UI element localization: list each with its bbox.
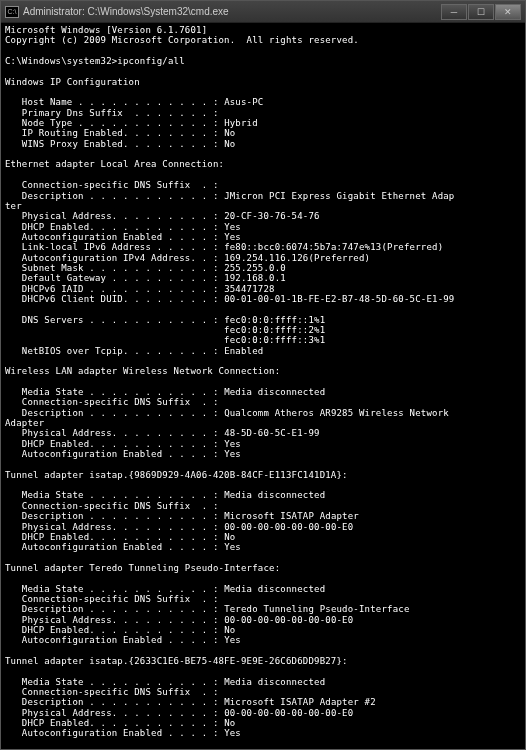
field-label: Autoconfiguration Enabled . . . . :	[5, 728, 224, 738]
field-label: Connection-specific DNS Suffix . :	[5, 687, 219, 697]
field-value: Media disconnected	[224, 677, 325, 687]
field-value: fec0:0:0:ffff::1%1	[224, 315, 325, 325]
field-label: Subnet Mask . . . . . . . . . . . :	[5, 263, 224, 273]
field-label: Node Type . . . . . . . . . . . . :	[5, 118, 224, 128]
field-value: Microsoft ISATAP Adapter	[224, 511, 359, 521]
field-value: fec0:0:0:ffff::2%1	[5, 325, 325, 335]
field-label: DHCP Enabled. . . . . . . . . . . :	[5, 532, 224, 542]
section-heading: Tunnel adapter Teredo Tunneling Pseudo-I…	[5, 563, 280, 573]
field-value: Enabled	[224, 346, 263, 356]
field-label: IP Routing Enabled. . . . . . . . :	[5, 128, 224, 138]
maximize-button[interactable]: ☐	[468, 4, 494, 20]
field-label: Physical Address. . . . . . . . . :	[5, 522, 224, 532]
field-value: 00-00-00-00-00-00-00-E0	[224, 615, 353, 625]
titlebar[interactable]: C:\ Administrator: C:\Windows\System32\c…	[1, 1, 525, 23]
field-value: 20-CF-30-76-54-76	[224, 211, 320, 221]
field-value: 48-5D-60-5C-E1-99	[224, 428, 320, 438]
field-label: Description . . . . . . . . . . . :	[5, 604, 224, 614]
field-label: Media State . . . . . . . . . . . :	[5, 387, 224, 397]
section-heading: Tunnel adapter isatap.{9869D929-4A06-420…	[5, 470, 348, 480]
window-controls: ─ ☐ ✕	[441, 4, 521, 20]
field-value: Yes	[224, 222, 241, 232]
field-label: Description . . . . . . . . . . . :	[5, 511, 224, 521]
field-value: 354471728	[224, 284, 275, 294]
field-label: Connection-specific DNS Suffix . :	[5, 594, 219, 604]
field-value: JMicron PCI Express Gigabit Ethernet Ada…	[224, 191, 454, 201]
field-label: Autoconfiguration Enabled . . . . :	[5, 635, 224, 645]
field-label: Physical Address. . . . . . . . . :	[5, 428, 224, 438]
field-value: 169.254.116.126(Preferred)	[224, 253, 370, 263]
field-label: Media State . . . . . . . . . . . :	[5, 677, 224, 687]
field-label: DHCP Enabled. . . . . . . . . . . :	[5, 439, 224, 449]
field-value: Media disconnected	[224, 584, 325, 594]
field-label: NetBIOS over Tcpip. . . . . . . . :	[5, 346, 224, 356]
field-value: Yes	[224, 449, 241, 459]
field-value: Microsoft ISATAP Adapter #2	[224, 697, 376, 707]
minimize-button[interactable]: ─	[441, 4, 467, 20]
field-label: Description . . . . . . . . . . . :	[5, 408, 224, 418]
header-line2: Copyright (c) 2009 Microsoft Corporation…	[5, 35, 359, 45]
field-value-wrap: Adapter	[5, 418, 44, 428]
field-value: 00-00-00-00-00-00-00-E0	[224, 708, 353, 718]
field-value: No	[224, 625, 235, 635]
field-label: Media State . . . . . . . . . . . :	[5, 490, 224, 500]
field-label: Media State . . . . . . . . . . . :	[5, 584, 224, 594]
field-value: Yes	[224, 542, 241, 552]
field-label: DHCPv6 IAID . . . . . . . . . . . :	[5, 284, 224, 294]
field-value: Yes	[224, 439, 241, 449]
terminal-output[interactable]: Microsoft Windows [Version 6.1.7601] Cop…	[1, 23, 525, 749]
field-label: Default Gateway . . . . . . . . . :	[5, 273, 224, 283]
field-label: Autoconfiguration Enabled . . . . :	[5, 449, 224, 459]
field-value: fec0:0:0:ffff::3%1	[5, 335, 325, 345]
field-label: Autoconfiguration IPv4 Address. . :	[5, 253, 224, 263]
section-heading: Wireless LAN adapter Wireless Network Co…	[5, 366, 280, 376]
field-label: Physical Address. . . . . . . . . :	[5, 211, 224, 221]
header-line1: Microsoft Windows [Version 6.1.7601]	[5, 25, 207, 35]
cmd-icon: C:\	[5, 6, 19, 18]
close-button[interactable]: ✕	[495, 4, 521, 20]
field-label: Description . . . . . . . . . . . :	[5, 697, 224, 707]
field-label: Connection-specific DNS Suffix . :	[5, 501, 219, 511]
field-value: Qualcomm Atheros AR9285 Wireless Network	[224, 408, 449, 418]
field-value: Yes	[224, 232, 241, 242]
field-label: Primary Dns Suffix . . . . . . . :	[5, 108, 219, 118]
field-label: DHCP Enabled. . . . . . . . . . . :	[5, 222, 224, 232]
field-label: DNS Servers . . . . . . . . . . . :	[5, 315, 224, 325]
cmd-window: C:\ Administrator: C:\Windows\System32\c…	[0, 0, 526, 750]
field-value: Asus-PC	[224, 97, 263, 107]
section-heading: Windows IP Configuration	[5, 77, 140, 87]
field-label: Connection-specific DNS Suffix . :	[5, 180, 219, 190]
field-value: Teredo Tunneling Pseudo-Interface	[224, 604, 409, 614]
field-value: No	[224, 139, 235, 149]
field-value: No	[224, 128, 235, 138]
field-value: Media disconnected	[224, 387, 325, 397]
field-value: Media disconnected	[224, 490, 325, 500]
field-label: DHCP Enabled. . . . . . . . . . . :	[5, 718, 224, 728]
field-label: Connection-specific DNS Suffix . :	[5, 397, 219, 407]
field-label: Physical Address. . . . . . . . . :	[5, 615, 224, 625]
field-value: No	[224, 532, 235, 542]
field-value: 192.168.0.1	[224, 273, 286, 283]
field-label: Autoconfiguration Enabled . . . . :	[5, 232, 224, 242]
field-value: Yes	[224, 728, 241, 738]
field-label: WINS Proxy Enabled. . . . . . . . :	[5, 139, 224, 149]
field-value: 255.255.0.0	[224, 263, 286, 273]
section-heading: Ethernet adapter Local Area Connection:	[5, 159, 224, 169]
field-label: Autoconfiguration Enabled . . . . :	[5, 542, 224, 552]
field-label: DHCP Enabled. . . . . . . . . . . :	[5, 625, 224, 635]
field-value: 00-00-00-00-00-00-00-E0	[224, 522, 353, 532]
field-value: Hybrid	[224, 118, 258, 128]
field-label: Description . . . . . . . . . . . :	[5, 191, 224, 201]
window-title: Administrator: C:\Windows\System32\cmd.e…	[23, 6, 441, 17]
field-label: DHCPv6 Client DUID. . . . . . . . :	[5, 294, 224, 304]
field-value: No	[224, 718, 235, 728]
field-value: fe80::bcc0:6074:5b7a:747e%13(Preferred)	[224, 242, 443, 252]
field-value: 00-01-00-01-1B-FE-E2-B7-48-5D-60-5C-E1-9…	[224, 294, 454, 304]
field-label: Link-local IPv6 Address . . . . . :	[5, 242, 224, 252]
section-heading: Tunnel adapter isatap.{2633C1E6-BE75-48F…	[5, 656, 348, 666]
prompt-line: C:\Windows\system32>ipconfig/all	[5, 56, 185, 66]
field-value-wrap: ter	[5, 201, 22, 211]
field-value: Yes	[224, 635, 241, 645]
field-label: Host Name . . . . . . . . . . . . :	[5, 97, 224, 107]
field-label: Physical Address. . . . . . . . . :	[5, 708, 224, 718]
